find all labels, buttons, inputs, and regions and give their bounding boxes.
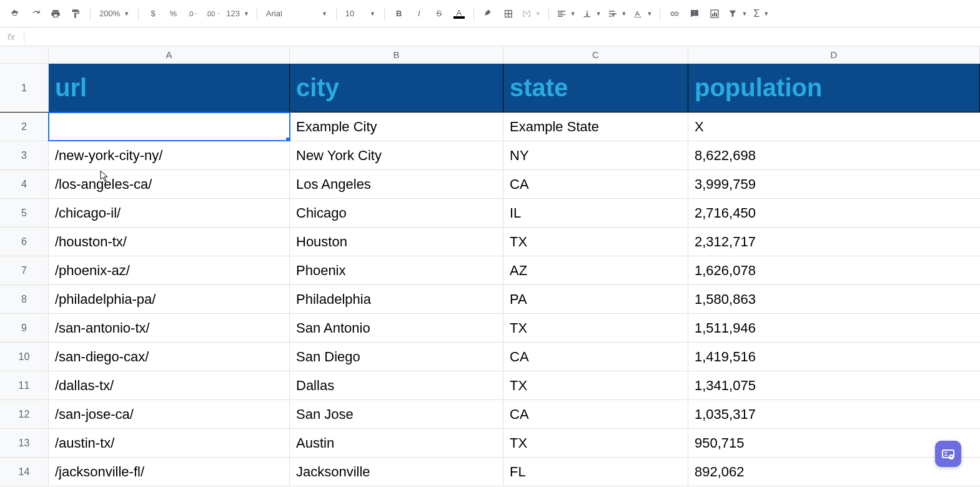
cell[interactable]: CA: [503, 400, 688, 428]
italic-button[interactable]: I: [410, 4, 428, 23]
insert-comment-button[interactable]: [685, 4, 704, 23]
cell[interactable]: /san-antonio-tx/: [49, 314, 290, 342]
merge-cells-select[interactable]: ▼: [519, 4, 543, 23]
cell[interactable]: 1,341,075: [688, 371, 980, 399]
zoom-select[interactable]: 200% ▼: [96, 4, 133, 23]
text-rotation-select[interactable]: ▼: [630, 4, 655, 23]
cell[interactable]: CA: [503, 170, 688, 198]
borders-button[interactable]: [499, 4, 518, 23]
more-formats-select[interactable]: 123 ▼: [224, 4, 252, 23]
cell-b1[interactable]: city: [290, 64, 503, 112]
print-button[interactable]: [46, 4, 65, 23]
cell[interactable]: /philadelphia-pa/: [49, 285, 290, 313]
cell[interactable]: San Jose: [290, 400, 503, 428]
paint-format-button[interactable]: [66, 4, 85, 23]
row-header[interactable]: 6: [0, 228, 49, 256]
row-header[interactable]: 7: [0, 256, 49, 284]
cell[interactable]: Los Angeles: [290, 170, 503, 198]
row-header[interactable]: 13: [0, 429, 49, 457]
cell[interactable]: FL: [503, 458, 688, 486]
cell-d1[interactable]: population: [688, 64, 980, 112]
cell[interactable]: TX: [503, 228, 688, 256]
row-header[interactable]: 1: [0, 64, 49, 112]
row-header[interactable]: 3: [0, 141, 49, 169]
row-header[interactable]: 5: [0, 199, 49, 227]
cell[interactable]: /austin-tx/: [49, 429, 290, 457]
select-all-corner[interactable]: [0, 46, 49, 63]
cell-a2[interactable]: [49, 113, 290, 141]
cell-c2[interactable]: Example State: [503, 113, 688, 141]
cell[interactable]: Philadelphia: [290, 285, 503, 313]
horizontal-align-select[interactable]: ▼: [554, 4, 578, 23]
undo-button[interactable]: [6, 4, 25, 23]
cell[interactable]: NY: [503, 141, 688, 169]
cell[interactable]: Houston: [290, 228, 503, 256]
column-header-b[interactable]: B: [290, 46, 503, 63]
row-header[interactable]: 12: [0, 400, 49, 428]
column-header-a[interactable]: A: [49, 46, 290, 63]
row-header[interactable]: 2: [0, 113, 49, 141]
redo-button[interactable]: [26, 4, 45, 23]
formula-input[interactable]: [31, 28, 980, 46]
row-header[interactable]: 9: [0, 314, 49, 342]
cell[interactable]: AZ: [503, 256, 688, 284]
cell[interactable]: Dallas: [290, 371, 503, 399]
fill-color-button[interactable]: [479, 4, 498, 23]
cell[interactable]: 1,580,863: [688, 285, 980, 313]
cell[interactable]: 1,035,317: [688, 400, 980, 428]
cell[interactable]: /los-angeles-ca/: [49, 170, 290, 198]
cell[interactable]: 2,312,717: [688, 228, 980, 256]
cell[interactable]: Jacksonville: [290, 458, 503, 486]
row-header[interactable]: 11: [0, 371, 49, 399]
cell[interactable]: Austin: [290, 429, 503, 457]
cell[interactable]: /houston-tx/: [49, 228, 290, 256]
cell[interactable]: 1,626,078: [688, 256, 980, 284]
insert-link-button[interactable]: [665, 4, 684, 23]
text-color-button[interactable]: A: [450, 4, 468, 23]
cell[interactable]: 3,999,759: [688, 170, 980, 198]
cell[interactable]: 8,622,698: [688, 141, 980, 169]
cell[interactable]: /phoenix-az/: [49, 256, 290, 284]
cell[interactable]: /new-york-city-ny/: [49, 141, 290, 169]
cell[interactable]: Chicago: [290, 199, 503, 227]
cell[interactable]: 1,511,946: [688, 314, 980, 342]
cell-a1[interactable]: url: [49, 64, 290, 112]
font-size-select[interactable]: 10 ▼: [342, 4, 379, 23]
row-header[interactable]: 8: [0, 285, 49, 313]
cell[interactable]: San Diego: [290, 343, 503, 371]
cell[interactable]: CA: [503, 343, 688, 371]
column-header-d[interactable]: D: [688, 46, 980, 63]
cell[interactable]: TX: [503, 314, 688, 342]
row-header[interactable]: 4: [0, 170, 49, 198]
cell[interactable]: 1,419,516: [688, 343, 980, 371]
cell[interactable]: TX: [503, 429, 688, 457]
cell[interactable]: IL: [503, 199, 688, 227]
insert-chart-button[interactable]: [705, 4, 724, 23]
cell[interactable]: San Antonio: [290, 314, 503, 342]
cell[interactable]: 2,716,450: [688, 199, 980, 227]
currency-button[interactable]: $: [144, 4, 162, 23]
cell[interactable]: New York City: [290, 141, 503, 169]
increase-decimal-button[interactable]: .00→: [204, 4, 222, 23]
functions-select[interactable]: Σ ▼: [751, 4, 771, 23]
explore-button[interactable]: [935, 441, 961, 467]
bold-button[interactable]: B: [390, 4, 408, 23]
cell[interactable]: PA: [503, 285, 688, 313]
cell[interactable]: /san-diego-cax/: [49, 343, 290, 371]
strike-button[interactable]: S: [430, 4, 448, 23]
cell[interactable]: Phoenix: [290, 256, 503, 284]
decrease-decimal-button[interactable]: .0←: [184, 4, 202, 23]
cell[interactable]: /dallas-tx/: [49, 371, 290, 399]
column-header-c[interactable]: C: [503, 46, 688, 63]
cell-b2[interactable]: Example City: [290, 113, 503, 141]
cell[interactable]: /jacksonville-fl/: [49, 458, 290, 486]
cell[interactable]: /chicago-il/: [49, 199, 290, 227]
cell-d2[interactable]: X: [688, 113, 980, 141]
text-wrap-select[interactable]: ▼: [605, 4, 630, 23]
cell[interactable]: TX: [503, 371, 688, 399]
cell-c1[interactable]: state: [503, 64, 688, 112]
percent-button[interactable]: %: [164, 4, 182, 23]
vertical-align-select[interactable]: ▼: [580, 4, 604, 23]
filter-select[interactable]: ▼: [725, 4, 750, 23]
row-header[interactable]: 10: [0, 343, 49, 371]
